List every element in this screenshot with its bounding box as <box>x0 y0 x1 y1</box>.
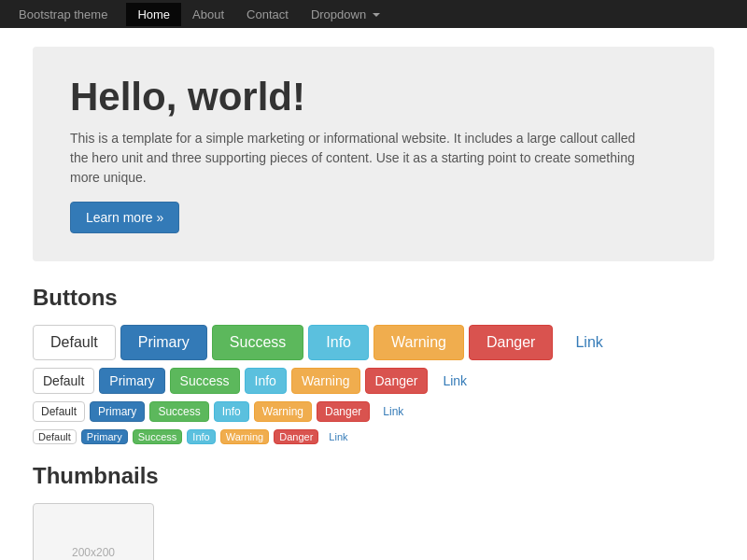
btn-danger-lg[interactable]: Danger <box>469 325 553 360</box>
btn-default-xs[interactable]: Default <box>33 429 77 444</box>
hero-heading: Hello, world! <box>70 75 677 119</box>
btn-danger-xs[interactable]: Danger <box>274 429 318 444</box>
btn-danger-sm[interactable]: Danger <box>317 401 370 422</box>
btn-warning-xs[interactable]: Warning <box>220 429 270 444</box>
thumbnails-section: Thumbnails 200x200 <box>33 463 714 560</box>
btn-primary-md[interactable]: Primary <box>99 368 164 394</box>
btn-success-xs[interactable]: Success <box>133 429 183 444</box>
buttons-section: Buttons Default Primary Success Info War… <box>33 285 714 444</box>
btn-default-md[interactable]: Default <box>33 368 94 394</box>
nav-item-about[interactable]: About <box>181 3 235 26</box>
button-row-lg: Default Primary Success Info Warning Dan… <box>33 325 714 360</box>
btn-primary-sm[interactable]: Primary <box>90 401 145 422</box>
btn-primary-lg[interactable]: Primary <box>120 325 207 360</box>
btn-danger-md[interactable]: Danger <box>365 368 429 394</box>
nav-item-home[interactable]: Home <box>126 3 181 26</box>
btn-warning-sm[interactable]: Warning <box>254 401 312 422</box>
btn-link-lg[interactable]: Link <box>557 325 620 360</box>
button-row-md: Default Primary Success Info Warning Dan… <box>33 368 714 394</box>
btn-warning-lg[interactable]: Warning <box>374 325 464 360</box>
button-row-xs: Default Primary Success Info Warning Dan… <box>33 429 714 444</box>
nav-link-contact[interactable]: Contact <box>235 3 300 26</box>
btn-primary-xs[interactable]: Primary <box>81 429 128 444</box>
btn-success-lg[interactable]: Success <box>212 325 303 360</box>
navbar: Bootstrap theme Home About Contact Dropd… <box>0 0 747 28</box>
nav-link-about[interactable]: About <box>181 3 235 26</box>
btn-link-sm[interactable]: Link <box>374 401 412 422</box>
btn-info-xs[interactable]: Info <box>187 429 215 444</box>
thumbnail-item[interactable]: 200x200 <box>33 503 154 560</box>
buttons-heading: Buttons <box>33 285 714 311</box>
nav-item-contact[interactable]: Contact <box>235 3 300 26</box>
nav-item-dropdown[interactable]: Dropdown <box>300 3 391 26</box>
btn-link-md[interactable]: Link <box>432 368 477 394</box>
main-container: Hello, world! This is a template for a s… <box>19 28 728 560</box>
btn-default-lg[interactable]: Default <box>33 325 116 360</box>
button-row-sm: Default Primary Success Info Warning Dan… <box>33 401 714 422</box>
hero-cta-button[interactable]: Learn more » <box>70 202 179 233</box>
thumbnails-heading: Thumbnails <box>33 463 714 489</box>
nav-link-dropdown[interactable]: Dropdown <box>300 3 391 26</box>
navbar-nav: Home About Contact Dropdown <box>126 3 390 26</box>
btn-info-md[interactable]: Info <box>245 368 287 394</box>
btn-warning-md[interactable]: Warning <box>291 368 360 394</box>
btn-info-lg[interactable]: Info <box>308 325 369 360</box>
jumbotron: Hello, world! This is a template for a s… <box>33 47 714 261</box>
btn-link-xs[interactable]: Link <box>323 429 353 444</box>
btn-success-md[interactable]: Success <box>170 368 240 394</box>
dropdown-caret-icon <box>373 13 380 17</box>
hero-description: This is a template for a simple marketin… <box>70 129 649 188</box>
btn-info-sm[interactable]: Info <box>214 401 249 422</box>
btn-default-sm[interactable]: Default <box>33 401 85 422</box>
btn-success-sm[interactable]: Success <box>149 401 208 422</box>
navbar-brand[interactable]: Bootstrap theme <box>19 7 107 21</box>
nav-link-home[interactable]: Home <box>126 3 181 26</box>
thumbnail-label: 200x200 <box>72 546 115 559</box>
